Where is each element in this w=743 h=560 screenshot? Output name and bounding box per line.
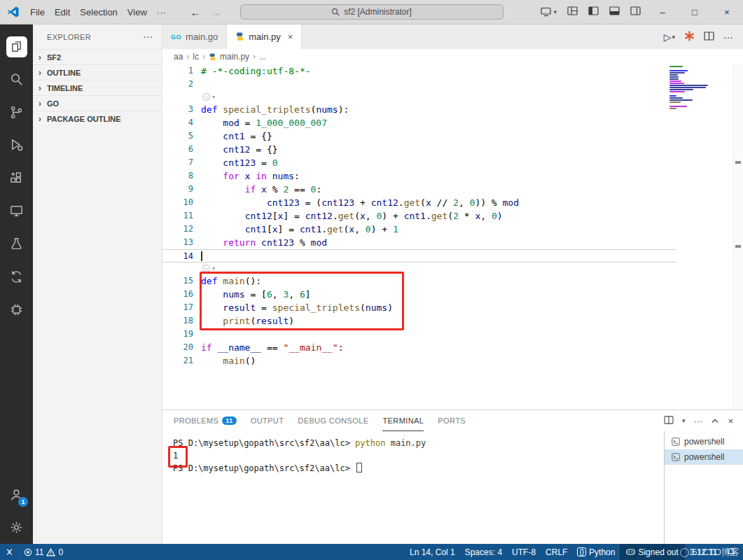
- activitybar-run-debug[interactable]: [0, 129, 33, 162]
- sidebar-section-package-outline[interactable]: ›PACKAGE OUTLINE: [33, 111, 162, 126]
- activitybar-remote-explorer[interactable]: [0, 195, 33, 227]
- launch-profile-chevron-icon[interactable]: ▾: [682, 417, 686, 424]
- code-line-21[interactable]: 21 main(): [162, 354, 676, 368]
- terminal-instance-1[interactable]: powershell: [665, 434, 743, 449]
- code-line-5[interactable]: 5 cnt1 = {}: [162, 130, 676, 143]
- more-actions-icon[interactable]: ···: [144, 33, 153, 41]
- activitybar-testing[interactable]: [0, 227, 33, 260]
- code-editor[interactable]: 1# -*-coding:utf-8-*-2▾3def special_trip…: [162, 64, 743, 410]
- menu-more[interactable]: ···: [152, 4, 171, 20]
- panel-tab-ports[interactable]: PORTS: [438, 410, 466, 431]
- code-line-3[interactable]: 3def special_triplets(nums):: [162, 103, 676, 116]
- copilot-icon: [626, 548, 635, 556]
- eol-sequence[interactable]: CRLF: [541, 544, 572, 560]
- indentation[interactable]: Spaces: 4: [460, 544, 507, 560]
- code-line-15[interactable]: 15def main():: [162, 274, 676, 288]
- activitybar-extensions[interactable]: [0, 162, 33, 195]
- sidebar-section-timeline[interactable]: ›TIMELINE: [33, 80, 162, 95]
- encoding[interactable]: UTF-8: [507, 544, 541, 560]
- code-line-9[interactable]: 9 if x % 2 == 0:: [162, 183, 676, 196]
- remote-explorer-icon: [8, 203, 25, 219]
- activitybar-search[interactable]: [0, 63, 33, 96]
- terminal-instance-2[interactable]: powershell: [665, 449, 743, 465]
- maximize-button[interactable]: □: [679, 0, 711, 24]
- back-arrow-icon[interactable]: ←: [190, 6, 201, 18]
- command-center-search[interactable]: sf2 [Administrator]: [240, 4, 504, 20]
- code-line-1[interactable]: 1# -*-coding:utf-8-*-: [162, 64, 676, 78]
- tab-main-py[interactable]: main.py ×: [227, 24, 302, 49]
- language-mode[interactable]: {} Python: [572, 544, 620, 560]
- minimap[interactable]: [667, 66, 718, 110]
- terminal[interactable]: PS D:\mysetup\gopath\src\sf2\aa\lc> pyth…: [162, 431, 664, 544]
- problems-status[interactable]: 11 0: [19, 544, 68, 560]
- activitybar-chip[interactable]: [0, 293, 33, 326]
- customize-layout-button[interactable]: [567, 6, 578, 18]
- code-line-11[interactable]: 11 cnt12[x] = cnt12.get(x, 0) + cnt1.get…: [162, 209, 676, 223]
- code-line-20[interactable]: 20if __name__ == "__main__":: [162, 341, 676, 354]
- panel-tab-debug-console[interactable]: DEBUG CONSOLE: [298, 410, 368, 431]
- minimize-button[interactable]: –: [646, 0, 679, 24]
- code-line-14[interactable]: 14: [162, 249, 676, 262]
- copilot-status[interactable]: Signed out: [620, 544, 684, 560]
- close-panel-icon[interactable]: ×: [728, 416, 733, 426]
- python-version[interactable]: 3.12.11: [685, 544, 722, 560]
- menu-file[interactable]: File: [25, 4, 50, 20]
- toggle-sidebar-button[interactable]: [588, 6, 599, 18]
- code-line-4[interactable]: 4 mod = 1_000_000_007: [162, 116, 676, 130]
- code-line-12[interactable]: 12 cnt1[x] = cnt1.get(x, 0) + 1: [162, 223, 676, 236]
- remote-indicator[interactable]: [0, 544, 19, 560]
- menu-selection[interactable]: Selection: [75, 4, 122, 20]
- code-line-6[interactable]: 6 cnt12 = {}: [162, 143, 676, 156]
- activitybar-sync[interactable]: [0, 260, 33, 293]
- sidebar-section-sf2[interactable]: ›SF2: [33, 49, 162, 64]
- breadcrumb: aa › lc › main.py › ...: [162, 49, 743, 64]
- breadcrumb-item[interactable]: aa: [174, 52, 183, 62]
- menu-edit[interactable]: Edit: [50, 4, 75, 20]
- remote-window-button[interactable]: ▾: [541, 7, 557, 17]
- toggle-secondary-sidebar-button[interactable]: [630, 6, 641, 18]
- code-line-8[interactable]: 8 for x in nums:: [162, 169, 676, 183]
- chevron-right-icon: ›: [36, 85, 44, 92]
- panel-tab-terminal[interactable]: TERMINAL: [382, 410, 424, 431]
- activitybar-explorer[interactable]: [0, 30, 33, 63]
- notifications-button[interactable]: [722, 544, 740, 560]
- toggle-panel-button[interactable]: [609, 6, 620, 18]
- maximize-panel-button[interactable]: [711, 416, 719, 426]
- breadcrumb-item[interactable]: ...: [259, 52, 266, 62]
- code-line-18[interactable]: 18 print(result): [162, 314, 676, 328]
- run-python-button[interactable]: ▷ ▾: [664, 31, 675, 43]
- panel-tab-problems[interactable]: PROBLEMS11: [174, 410, 237, 431]
- panel-tab-output[interactable]: OUTPUT: [251, 410, 284, 431]
- code-line-7[interactable]: 7 cnt123 = 0: [162, 156, 676, 169]
- code-line-19[interactable]: 19: [162, 328, 676, 341]
- activitybar-account[interactable]: 1: [0, 478, 33, 511]
- activitybar-settings[interactable]: [0, 511, 33, 544]
- split-editor-button[interactable]: [704, 31, 714, 43]
- token: 0: [272, 158, 278, 168]
- sidebar-section-go[interactable]: ›GO: [33, 95, 162, 111]
- tab-main-go[interactable]: GO main.go: [162, 24, 227, 49]
- panel-more-actions-icon[interactable]: ···: [693, 416, 702, 426]
- code-line-17[interactable]: 17 result = special_triplets(nums): [162, 301, 676, 314]
- code-line-2[interactable]: 2: [162, 78, 676, 91]
- cursor-position[interactable]: Ln 14, Col 1: [405, 544, 460, 560]
- close-button[interactable]: ×: [711, 0, 743, 24]
- sidebar-header: EXPLORER ···: [33, 24, 162, 49]
- breadcrumb-item[interactable]: main.py: [220, 52, 249, 62]
- activitybar-source-control[interactable]: [0, 96, 33, 129]
- breadcrumb-item[interactable]: lc: [193, 52, 199, 62]
- minimap-line: [669, 108, 676, 109]
- forward-arrow-icon[interactable]: →: [211, 6, 221, 18]
- token: [201, 144, 223, 155]
- more-actions-icon[interactable]: ···: [723, 31, 733, 43]
- sidebar-section-outline[interactable]: ›OUTLINE: [33, 64, 162, 80]
- close-tab-icon[interactable]: ×: [288, 31, 293, 42]
- code-line-10[interactable]: 10 cnt123 = (cnt123 + cnt12.get(x // 2, …: [162, 196, 676, 209]
- code-line-16[interactable]: 16 nums = [6, 3, 6]: [162, 288, 676, 301]
- minimap-line: [669, 97, 683, 99]
- extension-action-button[interactable]: [684, 31, 695, 43]
- menu-view[interactable]: View: [123, 4, 152, 20]
- terminal-layout-button[interactable]: [664, 416, 674, 426]
- code-line-13[interactable]: 13 return cnt123 % mod: [162, 236, 676, 249]
- editor-scrollbar[interactable]: [733, 64, 743, 410]
